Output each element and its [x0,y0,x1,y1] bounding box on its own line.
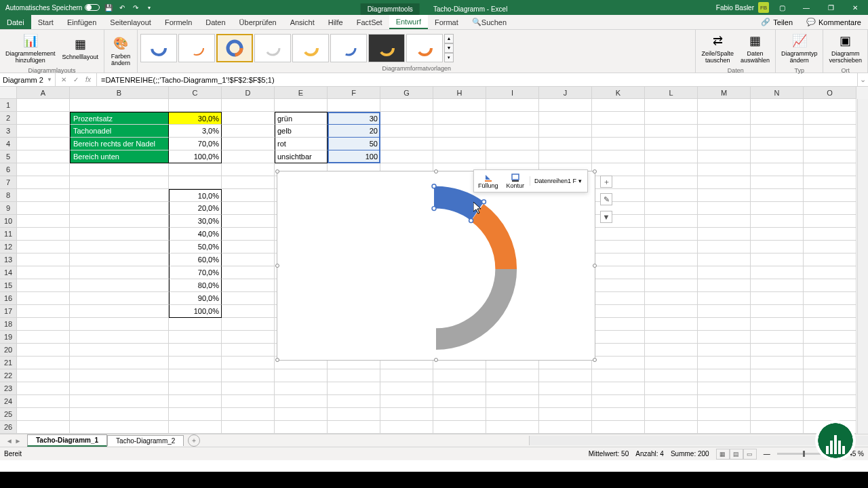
cell[interactable] [804,408,856,421]
chart-style-5[interactable] [292,34,329,62]
menu-formeln[interactable]: Formeln [158,15,199,29]
cell[interactable] [539,125,592,138]
cell[interactable] [70,318,169,331]
cell[interactable] [17,228,70,241]
cell[interactable] [275,382,328,395]
cell[interactable]: 10,0% [169,189,222,202]
cell[interactable] [169,318,222,331]
cell[interactable] [328,369,380,382]
col-header[interactable]: O [804,87,856,99]
cell[interactable]: Bereich rechts der Nadel [70,138,169,150]
cell[interactable] [17,253,70,266]
cell[interactable]: 100,0% [169,305,222,318]
cell[interactable] [804,395,856,408]
autosave-toggle[interactable]: Automatisches Speichern [5,4,100,12]
cell[interactable] [698,421,751,434]
menu-format[interactable]: Format [428,15,465,29]
cell[interactable] [645,99,698,112]
cell[interactable] [592,305,645,318]
cell[interactable] [698,215,751,228]
cell[interactable] [645,369,698,382]
cell[interactable] [751,202,804,215]
cell[interactable] [804,357,856,369]
row-header[interactable]: 22 [0,369,17,382]
resize-handle[interactable] [275,358,279,362]
cell[interactable]: gelb [275,125,328,138]
cell[interactable] [539,408,592,421]
cell[interactable] [698,292,751,305]
row-header[interactable]: 19 [0,331,17,344]
cell[interactable] [592,331,645,344]
cell[interactable] [645,331,698,344]
cell[interactable] [698,305,751,318]
cell[interactable] [17,421,70,434]
restore-icon[interactable]: ❐ [819,0,842,15]
cell[interactable] [275,99,328,112]
cell[interactable] [17,357,70,369]
cell[interactable] [539,369,592,382]
cell[interactable] [328,408,380,421]
cell[interactable] [169,421,222,434]
user-name[interactable]: Fabio Basler [716,4,754,12]
cell[interactable] [169,382,222,395]
cell[interactable] [645,241,698,253]
schnelllayout-button[interactable]: ▦Schnelllayout [60,31,102,66]
cell[interactable] [70,215,169,228]
cell[interactable] [804,202,856,215]
cell[interactable] [592,292,645,305]
row-header[interactable]: 9 [0,202,17,215]
menu-datei[interactable]: Datei [0,15,31,29]
cell[interactable] [17,150,70,163]
cell[interactable] [804,292,856,305]
cell[interactable] [17,266,70,279]
cell[interactable] [17,163,70,176]
cell[interactable] [433,125,486,138]
cell[interactable] [698,138,751,150]
cell[interactable] [698,202,751,215]
minimize-icon[interactable]: ― [795,0,818,15]
row-header[interactable]: 1 [0,99,17,112]
cell[interactable] [751,305,804,318]
cell[interactable] [222,395,275,408]
menu-factset[interactable]: FactSet [350,15,389,29]
cell[interactable] [592,125,645,138]
cell[interactable] [698,331,751,344]
cell[interactable] [592,99,645,112]
cell[interactable] [486,369,539,382]
cell[interactable] [645,305,698,318]
chart-style-1[interactable] [140,34,177,62]
cell[interactable] [751,189,804,202]
col-header[interactable]: C [169,87,222,99]
cell[interactable] [222,357,275,369]
redo-icon[interactable]: ↷ [131,3,140,12]
cell[interactable] [70,189,169,202]
cell[interactable] [645,202,698,215]
cell[interactable] [17,331,70,344]
cell[interactable] [804,305,856,318]
cell[interactable] [380,408,433,421]
gallery-up-icon[interactable]: ▲ [444,34,454,43]
cell[interactable] [222,241,275,253]
cell[interactable] [328,382,380,395]
chart-style-6[interactable] [330,34,367,62]
diagrammelement-button[interactable]: 📊Diagrammelement hinzufügen [3,31,58,66]
gallery-more-icon[interactable]: ▾ [444,53,454,62]
cell[interactable] [645,138,698,150]
cell[interactable] [70,331,169,344]
cell[interactable] [222,382,275,395]
cell[interactable] [698,253,751,266]
cell[interactable] [433,112,486,125]
cell[interactable] [645,408,698,421]
menu-einfugen[interactable]: Einfügen [60,15,103,29]
cell[interactable] [751,331,804,344]
cell[interactable] [17,125,70,138]
chart-style-7[interactable] [368,34,405,62]
cell[interactable] [70,369,169,382]
cell[interactable] [804,344,856,357]
view-page-icon[interactable]: ▤ [730,449,743,460]
menu-ansicht[interactable]: Ansicht [283,15,321,29]
cell[interactable]: 100,0% [169,150,222,163]
cell[interactable] [645,421,698,434]
menu-uberprufen[interactable]: Überprüfen [233,15,283,29]
chart-style-8[interactable] [406,34,443,62]
